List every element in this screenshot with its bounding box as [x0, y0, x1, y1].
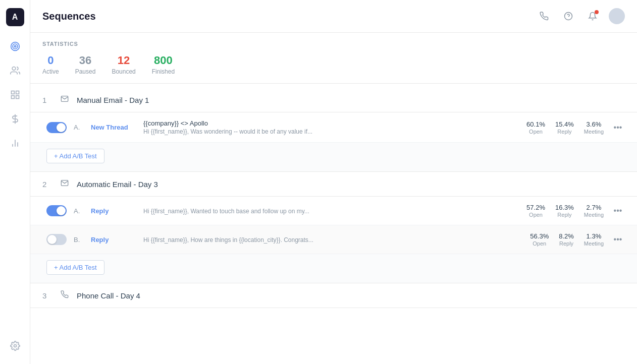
sidebar: A	[0, 0, 30, 364]
step-3-number: 3	[42, 291, 52, 300]
app-logo[interactable]: A	[6, 8, 24, 26]
stat-meeting-b2: 1.3% Meeting	[584, 232, 604, 247]
stat-meeting-label-b2: Meeting	[584, 240, 604, 247]
stat-active-label: Active	[42, 68, 59, 75]
svg-rect-4	[11, 91, 14, 94]
step-2-variant-b: B. Reply Hi {{first_name}}, How are thin…	[30, 225, 637, 254]
step-2-variant-label-b: B.	[74, 236, 84, 244]
step-2-email-content-b: Hi {{first_name}}, How are things in {{l…	[143, 235, 523, 244]
step-2-add-ab-btn[interactable]: + Add A/B Test	[46, 260, 104, 275]
stat-meeting-number-a2: 2.7%	[584, 204, 604, 211]
toggle-knob	[57, 123, 66, 132]
page-title: Sequences	[42, 11, 96, 22]
stat-reply-number-a2: 16.3%	[555, 204, 574, 211]
step-1-type-label: Manual Email - Day 1	[77, 96, 149, 104]
stat-open-b2: 56.3% Open	[530, 232, 549, 247]
toggle-knob	[57, 206, 66, 215]
header-actions	[536, 8, 625, 24]
stat-open-label-a2: Open	[526, 212, 545, 218]
help-icon[interactable]	[560, 8, 576, 24]
sidebar-item-contacts[interactable]	[5, 60, 25, 81]
stat-reply-number-b2: 8.2%	[559, 232, 574, 240]
phone-icon[interactable]	[536, 8, 552, 24]
stat-meeting-a1: 3.6% Meeting	[584, 120, 604, 135]
step-2-stats-b: 56.3% Open 8.2% Reply 1.3% Meeting	[530, 232, 604, 247]
step-1-variant-a: A. New Thread {{company}} <> Apollo Hi {…	[30, 112, 637, 143]
step-1-add-ab-btn[interactable]: + Add A/B Test	[46, 149, 104, 163]
step-1-email-content-a: {{company}} <> Apollo Hi {{first_name}},…	[143, 119, 519, 135]
sidebar-item-radar[interactable]	[5, 36, 25, 56]
svg-point-3	[12, 67, 16, 71]
toggle-knob	[47, 235, 57, 244]
step-1-more-btn-a[interactable]: •••	[611, 120, 625, 135]
stat-meeting-number-a1: 3.6%	[584, 120, 604, 128]
stat-open-a2: 57.2% Open	[526, 204, 545, 218]
svg-point-0	[11, 42, 19, 51]
svg-rect-5	[16, 91, 19, 94]
step-1-header: 1 Manual Email - Day 1	[30, 88, 637, 112]
stat-open-number-b2: 56.3%	[530, 232, 549, 240]
stat-paused-label: Paused	[75, 68, 96, 75]
stat-paused: 36 Paused	[75, 54, 96, 75]
stat-bounced-label: Bounced	[112, 68, 135, 75]
svg-rect-6	[16, 96, 19, 99]
stat-meeting-label-a2: Meeting	[584, 212, 604, 218]
stat-reply-label-a2: Reply	[555, 212, 574, 218]
stat-active: 0 Active	[42, 54, 59, 75]
stat-finished-number: 800	[154, 54, 173, 67]
step-2-toggle-a[interactable]	[46, 205, 67, 216]
stat-paused-number: 36	[79, 54, 91, 67]
statistics-label: STATISTICS	[42, 41, 625, 47]
step-1-toggle-a[interactable]	[46, 122, 67, 133]
step-2-thread-label-b[interactable]: Reply	[91, 236, 136, 244]
stat-reply-label-a1: Reply	[555, 129, 574, 135]
step-1-preview-a: Hi {{first_name}}, Was wondering -- woul…	[143, 128, 519, 135]
stat-bounced: 12 Bounced	[112, 54, 135, 75]
avatar[interactable]	[609, 8, 625, 24]
svg-point-1	[13, 44, 18, 49]
stat-active-number: 0	[47, 54, 54, 67]
step-1-stats-a: 60.1% Open 15.4% Reply 3.6% Meeting	[526, 120, 604, 135]
stat-open-label-b2: Open	[530, 240, 549, 247]
sidebar-item-grid[interactable]	[5, 85, 25, 105]
step-1-subject-a: {{company}} <> Apollo	[143, 119, 519, 127]
step-1-email-icon	[61, 95, 69, 105]
step-2-more-btn-b[interactable]: •••	[611, 232, 625, 247]
step-2-more-btn-a[interactable]: •••	[611, 204, 625, 218]
stat-open-number-a2: 57.2%	[526, 204, 545, 211]
svg-point-2	[14, 45, 16, 47]
step-2-email-icon	[61, 179, 69, 189]
step-1-thread-label-a[interactable]: New Thread	[91, 124, 136, 131]
sidebar-item-settings[interactable]	[5, 336, 25, 356]
step-2-type-label: Automatic Email - Day 3	[77, 180, 158, 189]
main-content: Sequences STATISTICS 0 Active 36	[30, 0, 637, 364]
notifications-icon[interactable]	[585, 8, 601, 24]
stat-finished-label: Finished	[152, 68, 175, 75]
step-2-stats-a: 57.2% Open 16.3% Reply 2.7% Meeting	[526, 204, 604, 218]
stat-reply-number-a1: 15.4%	[555, 120, 574, 128]
svg-point-12	[14, 345, 16, 347]
sidebar-item-analytics[interactable]	[5, 133, 25, 153]
stat-open-number-a1: 60.1%	[526, 120, 545, 128]
sidebar-item-dollar[interactable]	[5, 109, 25, 129]
svg-rect-7	[11, 96, 14, 99]
step-2-variant-a: A. Reply Hi {{first_name}}, Wanted to to…	[30, 197, 637, 225]
step-2-variant-label-a: A.	[74, 207, 84, 215]
stat-meeting-number-b2: 1.3%	[584, 232, 604, 240]
step-2-email-content-a: Hi {{first_name}}, Wanted to touch base …	[143, 207, 519, 215]
step-2-thread-label-a[interactable]: Reply	[91, 207, 136, 215]
step-2-header: 2 Automatic Email - Day 3	[30, 172, 637, 197]
stat-open-label-a1: Open	[526, 129, 545, 135]
steps-container: 1 Manual Email - Day 1 A. New Thread {{c…	[30, 84, 637, 312]
stats-row: 0 Active 36 Paused 12 Bounced 800 Finish…	[42, 54, 625, 83]
step-2-toggle-b[interactable]	[46, 234, 67, 245]
notification-badge	[595, 10, 599, 14]
step-3-header: 3 Phone Call - Day 4	[30, 283, 637, 308]
step-3-phone-icon	[61, 290, 69, 300]
stat-reply-a2: 16.3% Reply	[555, 204, 574, 218]
step-2-number: 2	[42, 180, 52, 189]
stat-reply-label-b2: Reply	[559, 240, 574, 247]
stat-meeting-label-a1: Meeting	[584, 129, 604, 135]
stat-reply-b2: 8.2% Reply	[559, 232, 574, 247]
statistics-section: STATISTICS 0 Active 36 Paused 12 Bounced…	[30, 33, 637, 84]
